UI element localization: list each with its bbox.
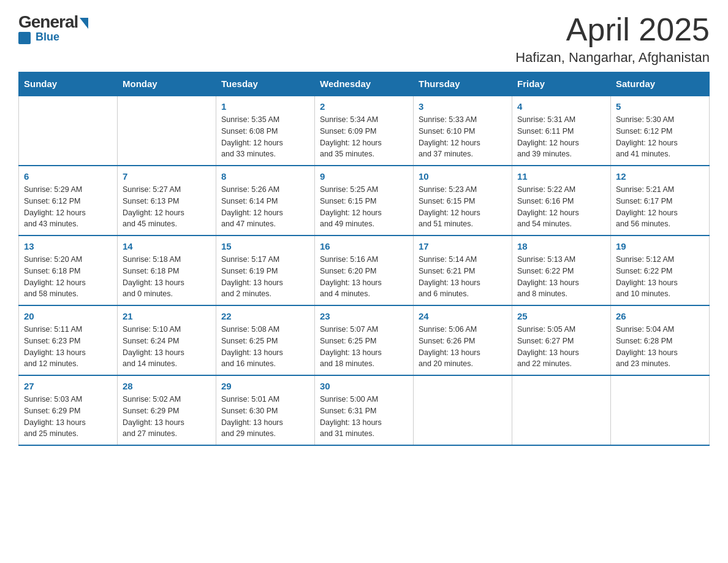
day-info: Sunrise: 5:01 AMSunset: 6:30 PMDaylight:… [221,394,309,440]
day-number: 7 [123,171,211,182]
calendar-cell: 23Sunrise: 5:07 AMSunset: 6:25 PMDayligh… [315,305,414,375]
logo-arrow-icon [80,18,88,29]
calendar-cell: 30Sunrise: 5:00 AMSunset: 6:31 PMDayligh… [315,375,414,445]
day-number: 17 [419,241,507,251]
day-number: 11 [517,171,605,182]
calendar-header-friday: Friday [512,72,611,96]
calendar-cell: 29Sunrise: 5:01 AMSunset: 6:30 PMDayligh… [216,375,315,445]
day-info: Sunrise: 5:35 AMSunset: 6:08 PMDaylight:… [221,114,309,160]
day-info: Sunrise: 5:30 AMSunset: 6:12 PMDaylight:… [616,114,704,160]
calendar-cell [118,96,216,166]
calendar-cell: 1Sunrise: 5:35 AMSunset: 6:08 PMDaylight… [216,96,315,166]
calendar-cell: 22Sunrise: 5:08 AMSunset: 6:25 PMDayligh… [216,305,315,375]
day-info: Sunrise: 5:11 AMSunset: 6:23 PMDaylight:… [24,324,112,370]
logo-top: General [18,12,88,32]
day-number: 25 [517,311,605,321]
day-number: 19 [616,241,704,251]
location-title: Hafizan, Nangarhar, Afghanistan [515,50,710,66]
day-number: 24 [419,311,507,321]
day-info: Sunrise: 5:21 AMSunset: 6:17 PMDaylight:… [616,184,704,230]
day-info: Sunrise: 5:04 AMSunset: 6:28 PMDaylight:… [616,324,704,370]
day-info: Sunrise: 5:25 AMSunset: 6:15 PMDaylight:… [320,184,408,230]
calendar-cell: 9Sunrise: 5:25 AMSunset: 6:15 PMDaylight… [315,166,414,236]
calendar-cell: 14Sunrise: 5:18 AMSunset: 6:18 PMDayligh… [118,236,216,305]
day-number: 10 [419,171,507,182]
day-number: 26 [616,311,704,321]
day-info: Sunrise: 5:07 AMSunset: 6:25 PMDaylight:… [320,324,408,370]
logo-general-text: General [18,12,78,32]
day-number: 21 [123,311,211,321]
day-number: 12 [616,171,704,182]
calendar-cell: 27Sunrise: 5:03 AMSunset: 6:29 PMDayligh… [19,375,118,445]
day-number: 16 [320,241,408,251]
day-number: 1 [221,101,309,112]
day-info: Sunrise: 5:26 AMSunset: 6:14 PMDaylight:… [221,184,309,230]
day-info: Sunrise: 5:27 AMSunset: 6:13 PMDaylight:… [123,184,211,230]
day-number: 2 [320,101,408,112]
day-number: 29 [221,381,309,391]
day-info: Sunrise: 5:33 AMSunset: 6:10 PMDaylight:… [419,114,507,160]
calendar-cell: 8Sunrise: 5:26 AMSunset: 6:14 PMDaylight… [216,166,315,236]
day-number: 18 [517,241,605,251]
day-number: 22 [221,311,309,321]
day-info: Sunrise: 5:16 AMSunset: 6:20 PMDaylight:… [320,254,408,300]
calendar-cell: 13Sunrise: 5:20 AMSunset: 6:18 PMDayligh… [19,236,118,305]
calendar-week-row: 20Sunrise: 5:11 AMSunset: 6:23 PMDayligh… [19,305,710,375]
day-info: Sunrise: 5:23 AMSunset: 6:15 PMDaylight:… [419,184,507,230]
calendar-cell: 28Sunrise: 5:02 AMSunset: 6:29 PMDayligh… [118,375,216,445]
calendar-cell: 15Sunrise: 5:17 AMSunset: 6:19 PMDayligh… [216,236,315,305]
day-info: Sunrise: 5:00 AMSunset: 6:31 PMDaylight:… [320,394,408,440]
day-number: 14 [123,241,211,251]
day-info: Sunrise: 5:29 AMSunset: 6:12 PMDaylight:… [24,184,112,230]
calendar-cell: 25Sunrise: 5:05 AMSunset: 6:27 PMDayligh… [512,305,611,375]
calendar-header-sunday: Sunday [19,72,118,96]
day-info: Sunrise: 5:34 AMSunset: 6:09 PMDaylight:… [320,114,408,160]
page-header: General Blue April 2025 Hafizan, Nangarh… [18,12,710,66]
calendar-header-monday: Monday [118,72,216,96]
logo: General Blue [18,12,88,44]
calendar-cell: 18Sunrise: 5:13 AMSunset: 6:22 PMDayligh… [512,236,611,305]
calendar-cell [414,375,512,445]
calendar-cell [611,375,710,445]
calendar-week-row: 6Sunrise: 5:29 AMSunset: 6:12 PMDaylight… [19,166,710,236]
day-info: Sunrise: 5:08 AMSunset: 6:25 PMDaylight:… [221,324,309,370]
calendar-header-tuesday: Tuesday [216,72,315,96]
day-info: Sunrise: 5:05 AMSunset: 6:27 PMDaylight:… [517,324,605,370]
calendar-cell: 6Sunrise: 5:29 AMSunset: 6:12 PMDaylight… [19,166,118,236]
day-number: 4 [517,101,605,112]
day-info: Sunrise: 5:17 AMSunset: 6:19 PMDaylight:… [221,254,309,300]
calendar-cell: 2Sunrise: 5:34 AMSunset: 6:09 PMDaylight… [315,96,414,166]
day-info: Sunrise: 5:22 AMSunset: 6:16 PMDaylight:… [517,184,605,230]
day-info: Sunrise: 5:20 AMSunset: 6:18 PMDaylight:… [24,254,112,300]
day-info: Sunrise: 5:18 AMSunset: 6:18 PMDaylight:… [123,254,211,300]
day-info: Sunrise: 5:31 AMSunset: 6:11 PMDaylight:… [517,114,605,160]
calendar-table: SundayMondayTuesdayWednesdayThursdayFrid… [18,72,710,446]
calendar-header-saturday: Saturday [611,72,710,96]
day-info: Sunrise: 5:13 AMSunset: 6:22 PMDaylight:… [517,254,605,300]
calendar-cell [19,96,118,166]
calendar-cell: 5Sunrise: 5:30 AMSunset: 6:12 PMDaylight… [611,96,710,166]
day-number: 28 [123,381,211,391]
day-info: Sunrise: 5:02 AMSunset: 6:29 PMDaylight:… [123,394,211,440]
day-info: Sunrise: 5:10 AMSunset: 6:24 PMDaylight:… [123,324,211,370]
day-info: Sunrise: 5:14 AMSunset: 6:21 PMDaylight:… [419,254,507,300]
day-number: 5 [616,101,704,112]
calendar-cell: 16Sunrise: 5:16 AMSunset: 6:20 PMDayligh… [315,236,414,305]
calendar-cell: 17Sunrise: 5:14 AMSunset: 6:21 PMDayligh… [414,236,512,305]
calendar-cell: 12Sunrise: 5:21 AMSunset: 6:17 PMDayligh… [611,166,710,236]
calendar-week-row: 27Sunrise: 5:03 AMSunset: 6:29 PMDayligh… [19,375,710,445]
calendar-cell: 3Sunrise: 5:33 AMSunset: 6:10 PMDaylight… [414,96,512,166]
day-number: 9 [320,171,408,182]
day-info: Sunrise: 5:12 AMSunset: 6:22 PMDaylight:… [616,254,704,300]
calendar-header-row: SundayMondayTuesdayWednesdayThursdayFrid… [19,72,710,96]
day-number: 30 [320,381,408,391]
calendar-cell: 20Sunrise: 5:11 AMSunset: 6:23 PMDayligh… [19,305,118,375]
calendar-cell: 11Sunrise: 5:22 AMSunset: 6:16 PMDayligh… [512,166,611,236]
calendar-cell: 26Sunrise: 5:04 AMSunset: 6:28 PMDayligh… [611,305,710,375]
month-title: April 2025 [515,12,710,47]
day-number: 15 [221,241,309,251]
day-info: Sunrise: 5:03 AMSunset: 6:29 PMDaylight:… [24,394,112,440]
day-number: 27 [24,381,112,391]
day-number: 8 [221,171,309,182]
calendar-cell: 4Sunrise: 5:31 AMSunset: 6:11 PMDaylight… [512,96,611,166]
